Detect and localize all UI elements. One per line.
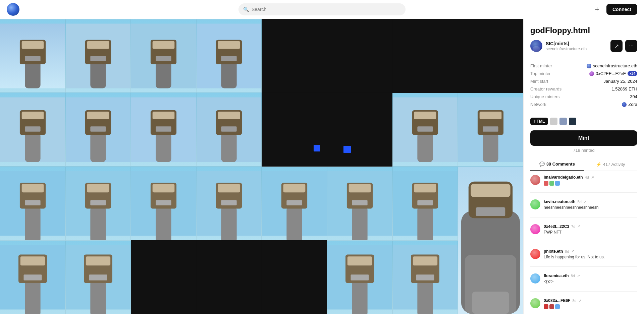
svg-rect-88: [471, 184, 510, 197]
svg-rect-66: [221, 207, 236, 240]
svg-rect-24: [25, 126, 40, 131]
comment-divider: [530, 242, 637, 242]
svg-rect-91: [472, 292, 509, 314]
color-chips: [544, 181, 637, 186]
svg-rect-63: [153, 184, 175, 192]
comment-reply-icon[interactable]: ↗: [571, 249, 574, 253]
svg-rect-61: [156, 207, 171, 240]
art-cell: [65, 19, 131, 93]
plus-button[interactable]: +: [592, 4, 602, 15]
art-cell: [327, 240, 392, 314]
tab-comments[interactable]: 💬 38 Comments: [530, 158, 584, 171]
creator-text: SIC[mints] sceneinfrastructure.eth: [546, 41, 587, 51]
comment-reply-icon[interactable]: ↗: [577, 224, 580, 229]
blue-squares: [314, 145, 320, 151]
art-cell: [0, 19, 65, 93]
art-cell: [392, 167, 458, 240]
art-cell: [65, 93, 131, 167]
creator-avatar: [530, 40, 542, 52]
svg-rect-89: [476, 207, 505, 216]
svg-rect-68: [218, 184, 240, 192]
network-name: Zora: [628, 102, 637, 107]
color-chip-3: [569, 118, 576, 125]
svg-rect-8: [87, 41, 109, 49]
stat-creator-rewards: Creator rewards 1.52869 ETH: [530, 86, 637, 91]
art-cell: [327, 167, 392, 240]
comment-body: kevin.neaton.eth 5d ↗neeshneeshneeshnees…: [544, 199, 637, 210]
comment-reply-icon[interactable]: ↗: [591, 175, 594, 180]
art-cell: [196, 93, 262, 167]
svg-rect-106: [351, 274, 369, 280]
creator-actions: ↗ ···: [610, 40, 637, 52]
art-cell: [65, 240, 131, 314]
header-right: + Connect: [592, 4, 637, 15]
comment-user: kevin.neaton.eth: [544, 199, 576, 204]
comment-avatar: [530, 273, 540, 284]
svg-rect-76: [352, 207, 367, 240]
tags-row: HTML: [530, 118, 637, 125]
svg-rect-26: [90, 133, 106, 162]
stat-first-minter: First minter sceneinfrastructure.eth: [530, 63, 637, 68]
connect-button[interactable]: Connect: [606, 4, 637, 15]
top-minter-label: Top minter: [530, 71, 551, 76]
creator-info: SIC[mints] sceneinfrastructure.eth: [530, 40, 587, 52]
mint-button[interactable]: Mint: [530, 130, 637, 146]
header-left: [7, 3, 19, 16]
svg-rect-58: [87, 184, 109, 192]
art-cell-black: [196, 240, 262, 314]
search-bar[interactable]: 🔍: [238, 3, 406, 15]
svg-rect-103: [352, 280, 367, 314]
svg-rect-108: [417, 280, 433, 314]
art-cell-black: [327, 93, 392, 167]
svg-rect-84: [417, 200, 433, 205]
art-cell-black: [262, 19, 327, 93]
comment-avatar: [530, 199, 540, 209]
search-input[interactable]: [252, 7, 401, 12]
comment-reply-icon[interactable]: ↗: [584, 200, 587, 204]
comment-time: 8d: [565, 249, 569, 253]
art-cell: [131, 93, 196, 167]
creator-rewards-label: Creator rewards: [530, 86, 561, 91]
svg-rect-9: [90, 56, 106, 61]
artwork-area: [0, 19, 523, 314]
comment-divider: [530, 217, 637, 217]
creator-row: SIC[mints] sceneinfrastructure.eth ↗ ···: [530, 40, 637, 52]
more-button[interactable]: ···: [625, 40, 637, 52]
svg-rect-28: [87, 112, 109, 119]
svg-rect-83: [414, 184, 436, 192]
art-cell: [0, 167, 65, 240]
comment-reply-icon[interactable]: ↗: [579, 299, 582, 303]
comment-body: floramica.eth 8d ↗<{'o'>: [544, 273, 637, 285]
comment-user: 0x4e3f...22C3: [544, 224, 569, 229]
tab-activity[interactable]: ⚡ 417 Activity: [584, 158, 638, 171]
svg-rect-71: [286, 207, 302, 240]
activity-icon: ⚡: [596, 162, 601, 167]
comment-item: phlote.eth 8d ↗Life is happening for us.…: [530, 249, 637, 260]
network-label: Network: [530, 102, 546, 107]
svg-rect-95: [20, 256, 45, 265]
stat-top-minter: Top minter 0xC2EE...E2eE x34: [530, 71, 637, 76]
header: 🔍 + Connect: [0, 0, 644, 19]
art-cell: [65, 167, 131, 240]
svg-rect-111: [416, 274, 434, 280]
minted-count: 719 minted: [530, 148, 637, 153]
svg-rect-53: [22, 184, 44, 192]
comment-reply-icon[interactable]: ↗: [577, 274, 580, 278]
comment-text: Life is happening for us. Not to us.: [544, 254, 637, 260]
art-cell: [131, 167, 196, 240]
svg-rect-51: [25, 207, 40, 240]
art-cell: [196, 19, 262, 93]
share-button[interactable]: ↗: [610, 40, 623, 52]
mint-start-label: Mint start: [530, 79, 548, 84]
first-minter-name: sceneinfrastructure.eth: [593, 63, 637, 68]
stat-network: Network Zora: [530, 102, 637, 107]
color-chip-1: [550, 118, 557, 125]
comment-time: 8d: [572, 299, 576, 303]
art-cell: [0, 240, 65, 314]
comment-text: neeshneeshneeshneeshneesh: [544, 205, 637, 210]
logo-sphere[interactable]: [7, 3, 19, 16]
svg-rect-93: [25, 280, 40, 314]
color-chip-2: [559, 118, 567, 125]
svg-rect-18: [218, 41, 240, 49]
svg-rect-21: [25, 133, 40, 162]
